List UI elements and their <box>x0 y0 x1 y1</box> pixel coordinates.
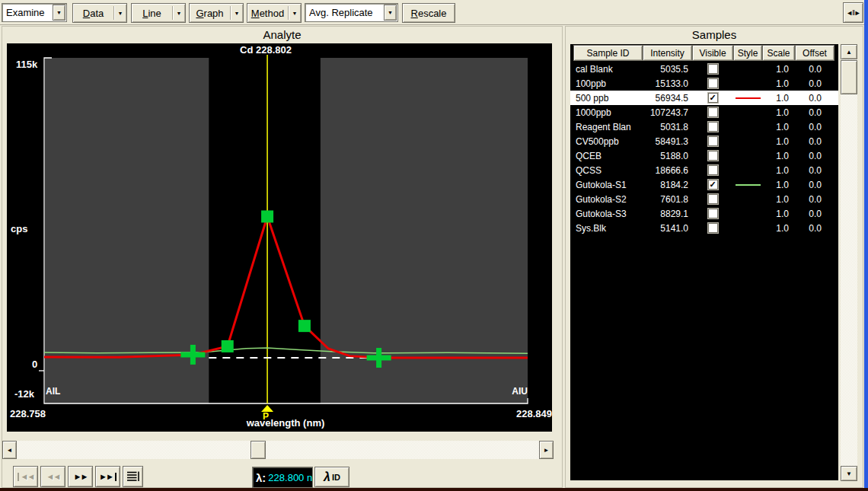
lambda-id-button[interactable]: λ ID <box>314 467 349 487</box>
h-scroll-thumb[interactable] <box>251 441 266 459</box>
next-replicate-button[interactable]: ►► <box>68 466 93 487</box>
scale-cell: 1.0 <box>762 221 795 235</box>
column-header-offset[interactable]: Offset <box>795 45 834 61</box>
samples-panel-title: Samples <box>566 28 863 41</box>
visible-checkbox[interactable]: ✓ <box>708 78 718 88</box>
table-row[interactable]: Gutokola-S2 7601.8 ✓ 1.0 0.0 <box>570 192 838 206</box>
visible-checkbox[interactable]: ✓ <box>708 223 718 233</box>
lambda-id-text: ID <box>332 473 340 482</box>
visible-cell: ✓ <box>692 221 733 235</box>
chevron-down-icon[interactable]: ▼ <box>53 5 65 21</box>
analyte-panel-title: Analyte <box>2 28 562 41</box>
visible-checkbox[interactable]: ✓ <box>708 122 718 132</box>
visible-checkbox[interactable]: ✓ <box>708 194 718 204</box>
table-row[interactable]: QCSS 18666.6 ✓ 1.0 0.0 <box>570 163 838 177</box>
samples-v-scrollbar[interactable]: ▲ ▼ <box>841 44 857 481</box>
last-replicate-button[interactable]: ►► <box>95 466 120 487</box>
ail-region-label: AIL <box>46 386 60 397</box>
chevron-down-icon[interactable]: ▼ <box>384 5 397 21</box>
table-row[interactable]: Sys.Blk 5141.0 ✓ 1.0 0.0 <box>570 221 838 235</box>
rescale-button[interactable]: Rescale <box>402 3 455 23</box>
analyte-window: Analyte Cd 228.802 115k cps 0 -12k AIL A… <box>2 26 563 488</box>
intensity-cell: 8184.2 <box>643 177 692 192</box>
scroll-up-button[interactable]: ▲ <box>841 44 857 59</box>
visible-checkbox[interactable]: ✓ <box>708 151 718 161</box>
offset-cell: 0.0 <box>795 120 834 134</box>
visible-cell: ✓ <box>692 163 733 177</box>
visible-checkbox[interactable]: ✓ <box>708 136 718 146</box>
sample-id-cell: Sys.Blk <box>570 221 643 235</box>
visible-checkbox[interactable]: ✓ <box>708 180 718 190</box>
style-cell <box>733 120 762 134</box>
scroll-down-button[interactable]: ▼ <box>841 466 857 481</box>
samples-table: Sample ID Intensity Visible Style Scale … <box>570 44 838 480</box>
sample-id-cell: 100ppb <box>570 76 643 91</box>
visible-cell: ✓ <box>692 76 733 91</box>
column-header-visible[interactable]: Visible <box>692 45 733 61</box>
table-row[interactable]: cal Blank 5035.5 ✓ 1.0 0.0 <box>570 62 838 76</box>
table-row[interactable]: QCEB 5188.0 ✓ 1.0 0.0 <box>570 148 838 163</box>
visible-checkbox[interactable]: ✓ <box>708 64 718 74</box>
method-menu-button[interactable]: Method ▼ <box>247 3 302 23</box>
visible-checkbox[interactable]: ✓ <box>708 93 718 103</box>
table-row[interactable]: Reagent Blan 5031.8 ✓ 1.0 0.0 <box>570 120 838 134</box>
previous-replicate-button[interactable]: ◄◄ <box>40 466 65 487</box>
chart-line-title: Cd 228.802 <box>7 44 525 56</box>
examine-select-value: Examine <box>2 7 53 18</box>
table-row[interactable]: 500 ppb 56934.5 ✓ 1.0 0.0 <box>570 91 838 105</box>
graph-menu-button[interactable]: Graph ▼ <box>189 3 244 23</box>
data-menu-button[interactable]: Data ▼ <box>72 3 127 23</box>
rewind-icon: ◄◄ <box>46 473 60 481</box>
sample-id-cell: QCSS <box>570 163 643 177</box>
table-row[interactable]: Gutokola-S3 8829.1 ✓ 1.0 0.0 <box>570 206 838 221</box>
table-row[interactable]: Gutokola-S1 8184.2 ✓ 1.0 0.0 <box>570 177 838 192</box>
scale-cell: 1.0 <box>762 177 795 192</box>
lambda-symbol: λ: <box>253 471 266 484</box>
examine-select[interactable]: Examine ▼ <box>2 3 67 22</box>
style-cell <box>733 105 762 120</box>
chart-h-scrollbar[interactable]: ◄ ► <box>2 441 554 459</box>
column-header-style[interactable]: Style <box>733 45 762 61</box>
visible-checkbox[interactable]: ✓ <box>708 107 718 117</box>
line-menu-button[interactable]: Line ▼ <box>131 3 186 23</box>
v-scroll-thumb[interactable] <box>841 60 857 94</box>
sample-id-cell: Gutokola-S3 <box>570 206 643 221</box>
first-replicate-button[interactable]: ◄◄ <box>13 466 38 487</box>
scroll-right-button[interactable]: ► <box>539 441 554 459</box>
checkmark-icon: ✓ <box>709 94 716 102</box>
offset-cell: 0.0 <box>795 105 834 120</box>
visible-checkbox[interactable]: ✓ <box>708 165 718 175</box>
column-header-scale[interactable]: Scale <box>762 45 795 61</box>
table-row[interactable]: CV500ppb 58491.3 ✓ 1.0 0.0 <box>570 134 838 148</box>
visible-cell: ✓ <box>692 62 733 76</box>
style-cell <box>733 192 762 206</box>
pane-splitter-button[interactable]: ◄‖► <box>843 2 863 23</box>
intensity-cell: 107243.7 <box>643 105 692 120</box>
column-header-intensity[interactable]: Intensity <box>643 45 692 61</box>
peak-marker-label: P <box>258 411 273 422</box>
scale-cell: 1.0 <box>762 120 795 134</box>
style-cell <box>733 177 762 192</box>
spectrum-plot <box>7 43 552 432</box>
y-axis-max-label: 115k <box>16 59 37 70</box>
offset-cell: 0.0 <box>795 76 834 91</box>
y-axis-zero-label: 0 <box>32 359 37 370</box>
replicate-mode-select[interactable]: Avg. Replicate ▼ <box>305 3 398 22</box>
style-cell <box>733 76 762 91</box>
visible-checkbox[interactable]: ✓ <box>708 209 718 218</box>
scroll-left-button[interactable]: ◄ <box>2 441 17 459</box>
style-cell <box>733 134 762 148</box>
column-header-sample-id[interactable]: Sample ID <box>573 45 643 61</box>
data-menu-label: Data <box>73 8 113 19</box>
window-edge-right <box>864 0 868 491</box>
skip-last-icon: ►► <box>99 473 116 481</box>
visible-cell: ✓ <box>692 134 733 148</box>
table-row[interactable]: 1000ppb 107243.7 ✓ 1.0 0.0 <box>570 105 838 120</box>
chart-area[interactable]: Cd 228.802 115k cps 0 -12k AIL AIU 228.7… <box>7 43 552 432</box>
fast-forward-icon: ►► <box>74 473 88 481</box>
table-row[interactable]: 100ppb 15133.0 ✓ 1.0 0.0 <box>570 76 838 91</box>
visible-cell: ✓ <box>692 91 733 105</box>
sample-id-cell: Reagent Blan <box>570 120 643 134</box>
replicate-list-button[interactable] <box>123 466 143 487</box>
sample-id-cell: cal Blank <box>570 62 643 76</box>
